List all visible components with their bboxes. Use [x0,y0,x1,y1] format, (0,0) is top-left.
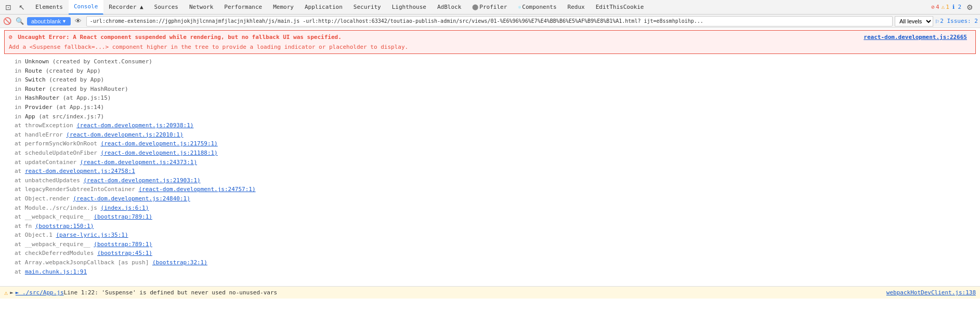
tab-console[interactable]: Console [69,0,103,15]
stack-line-3: in Router (created by HashRouter) [12,85,976,94]
tab-redux[interactable]: Redux [563,0,591,15]
tab-profiler[interactable]: ⬤ Profiler [467,0,513,15]
error-box: ⊘ Uncaught Error: A React component susp… [4,30,976,54]
tab-elements[interactable]: Elements [30,0,69,15]
toolbar-right: ⊘ 4 ⚠ 1 ℹ 2 ⚙ [931,1,978,13]
stack-line-13: at unbatchedUpdates (react-dom.developme… [12,176,976,185]
stack-link-16[interactable]: (index.js:6:1) [101,205,149,211]
bottom-file-link[interactable]: ► ./src/App.js [16,289,64,296]
stack-line-2: in Switch (created by App) [12,75,976,85]
stack-line-16: at Module../src/index.js (index.js:6:1) [12,204,976,213]
tab-memory[interactable]: Memory [268,0,299,15]
error-source-link[interactable]: react-dom.development.js:22665 [864,34,967,40]
tab-editthiscookie[interactable]: EditThisCookie [591,0,650,15]
stack-link-10[interactable]: (react-dom.development.js:21188:1) [101,150,218,156]
warning-count: ⚠ 1 [942,4,949,10]
console-second-toolbar: 🚫 🔍 about:blank ▼ 👁 All levels ⚐ 2 Issue… [0,15,980,28]
stack-line-19: at Object.1 (parse-lyric.js:35:1) [12,231,976,240]
stack-line-8: at handleError (react-dom.development.js… [12,130,976,140]
tab-performance[interactable]: Performance [219,0,268,15]
stack-link-19[interactable]: (parse-lyric.js:35:1) [56,232,128,238]
tab-lighthouse[interactable]: Lighthouse [387,0,432,15]
stack-trace: in Unknown (created by Context.Consumer)… [0,56,980,277]
device-toggle-btn[interactable]: ⊡ [2,1,15,13]
stack-line-0: in Unknown (created by Context.Consumer) [12,57,976,66]
stack-line-11: at updateContainer (react-dom.developmen… [12,158,976,167]
stack-line-1: in Route (created by App) [12,66,976,76]
bottom-right-source-link[interactable]: webpackHotDevClient.js:138 [886,289,976,296]
tab-application[interactable]: Application [299,0,348,15]
stack-link-14[interactable]: (react-dom.development.js:24757:1) [138,186,255,193]
stack-link-18[interactable]: (bootstrap:150:1) [35,223,94,229]
stack-link-9[interactable]: (react-dom.development.js:21759:1) [101,140,218,147]
stack-line-12: at react-dom.development.js:24758:1 [12,167,976,176]
filter-url-input[interactable] [86,16,893,26]
tab-list: Elements Console Recorder ▲ Sources Netw… [30,0,931,15]
stack-link-21[interactable]: (bootstrap:45:1) [97,250,152,256]
about-blank-btn[interactable]: about:blank ▼ [27,17,71,25]
stack-link-15[interactable]: (react-dom.development.js:24840:1) [73,195,190,202]
warning-triangle-icon: ⚠ [4,289,8,296]
eye-btn[interactable]: 👁 [73,16,84,27]
url-bar: about:blank ▼ [27,17,71,25]
tab-security[interactable]: Security [348,0,387,15]
stack-link-23[interactable]: main.chunk.js:1:91 [25,268,87,275]
log-levels-select[interactable]: All levels [895,16,933,26]
error-sub-text: Add a <Suspense fallback=...> component … [9,44,971,50]
stack-line-9: at performSyncWorkOnRoot (react-dom.deve… [12,139,976,148]
clear-console-btn[interactable]: 🚫 [2,16,12,26]
stack-line-21: at checkDeferredModules (bootstrap:45:1) [12,249,976,258]
stack-line-22: at Array.webpackJsonpCallback [as push] … [12,258,976,267]
stack-line-23: at main.chunk.js:1:91 [12,267,976,277]
stack-line-17: at __webpack_require__ (bootstrap:789:1) [12,212,976,222]
stack-line-14: at legacyRenderSubtreeIntoContainer (rea… [12,185,976,194]
tab-sources[interactable]: Sources [149,0,184,15]
expand-chevron-icon[interactable]: ► [10,289,14,296]
stack-line-20: at __webpack_require__ (bootstrap:789:1) [12,240,976,249]
stack-link-13[interactable]: (react-dom.development.js:21903:1) [83,177,200,184]
error-count: ⊘ 4 [931,4,939,10]
tab-components[interactable]: ⚛ Components [513,0,562,15]
stack-line-10: at scheduleUpdateOnFiber (react-dom.deve… [12,148,976,158]
stack-link-11[interactable]: (react-dom.development.js:24373:1) [80,159,197,166]
stack-line-7: at throwException (react-dom.development… [12,121,976,130]
stack-line-6: in App (at src/index.js:7) [12,112,976,121]
filter-btn[interactable]: 🔍 [15,16,25,26]
bottom-warning-bar: ⚠ ► ► ./src/App.js Line 1:22: 'Suspense'… [0,286,980,299]
stack-link-12[interactable]: react-dom.development.js:24758:1 [25,168,135,174]
select-element-btn[interactable]: ↖ [16,1,28,13]
error-main-text: ⊘ Uncaught Error: A React component susp… [9,34,971,40]
error-circle-icon: ⊘ [9,34,12,40]
toolbar-icons: ⊡ ↖ [2,1,28,13]
tab-network[interactable]: Network [184,0,219,15]
bottom-warning-message: Line 1:22: 'Suspense' is defined but nev… [64,289,278,296]
stack-link-7[interactable]: (react-dom.development.js:20938:1) [76,122,193,129]
devtools-tab-bar: ⊡ ↖ Elements Console Recorder ▲ Sources … [0,0,980,15]
stack-line-15: at Object.render (react-dom.development.… [12,194,976,204]
stack-link-20[interactable]: (bootstrap:789:1) [94,241,152,248]
stack-link-17[interactable]: (bootstrap:789:1) [94,213,152,220]
stack-line-4: in HashRouter (at App.js:15) [12,93,976,103]
stack-link-22[interactable]: (bootstrap:32:1) [152,259,207,266]
stack-link-8[interactable]: (react-dom.development.js:22010:1) [66,131,183,138]
tab-adblock[interactable]: AdBlock [432,0,467,15]
tab-recorder[interactable]: Recorder ▲ [103,0,149,15]
stack-line-18: at fn (bootstrap:150:1) [12,222,976,231]
issues-badge[interactable]: ⚐ 2 Issues: 2 [935,18,978,25]
stack-line-5: in Provider (at App.js:14) [12,103,976,112]
info-count: ℹ 2 [952,4,961,10]
console-area[interactable]: ⊘ Uncaught Error: A React component susp… [0,28,980,299]
settings-btn[interactable]: ⚙ [963,1,976,13]
